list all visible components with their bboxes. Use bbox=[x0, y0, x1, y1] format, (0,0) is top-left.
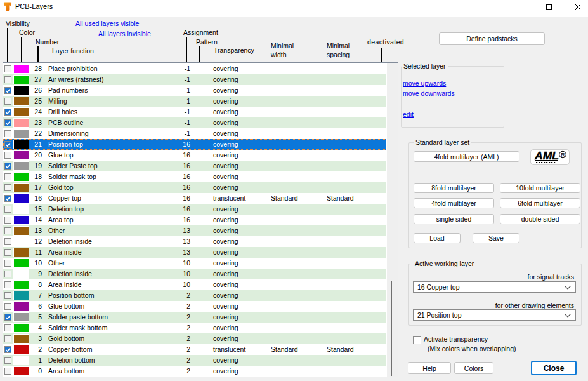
svg-text:R: R bbox=[561, 152, 565, 158]
svg-text:AML: AML bbox=[534, 150, 559, 161]
